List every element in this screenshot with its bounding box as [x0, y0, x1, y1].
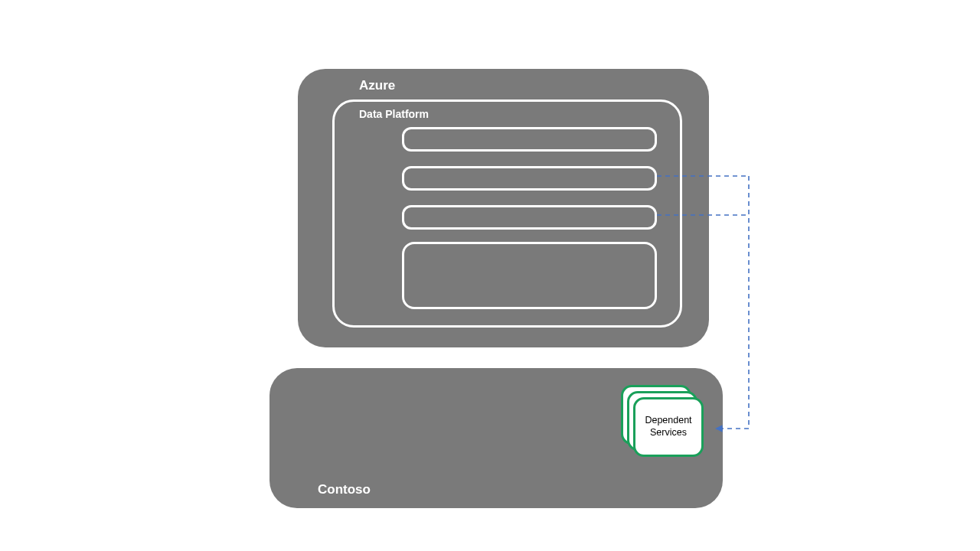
- data-platform-title: Data Platform: [359, 108, 429, 120]
- dependent-services-stack: Dependent Services: [621, 385, 707, 458]
- dependent-services-label: Dependent Services: [645, 415, 691, 439]
- data-platform-box: Data Platform: [332, 99, 682, 328]
- platform-slot-large: [402, 242, 657, 309]
- contoso-title: Contoso: [318, 482, 371, 497]
- dependent-services-label-line2: Services: [650, 427, 687, 438]
- platform-slot-1: [402, 127, 657, 152]
- azure-title: Azure: [359, 78, 395, 93]
- dependent-services-label-line1: Dependent: [645, 415, 691, 425]
- platform-slot-2: [402, 166, 657, 191]
- dependent-services-card-front: Dependent Services: [633, 397, 704, 457]
- azure-container: Azure Data Platform: [298, 69, 709, 347]
- platform-slot-3: [402, 205, 657, 230]
- contoso-container: Contoso Dependent Services: [270, 368, 723, 508]
